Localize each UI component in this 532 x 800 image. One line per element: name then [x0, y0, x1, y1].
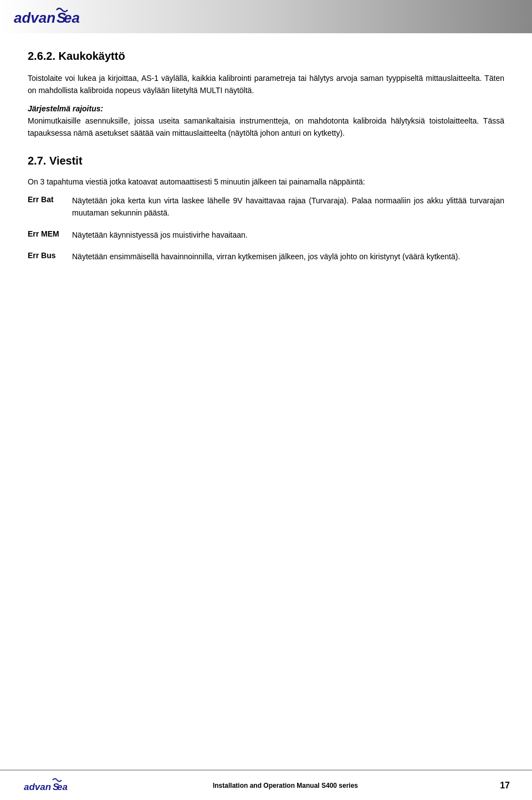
section-2-7-heading: 2.7. Viestit: [28, 155, 504, 167]
footer-center-text: Installation and Operation Manual S400 s…: [89, 782, 482, 789]
err-bus-label: Err Bus: [28, 251, 72, 260]
footer-logo-svg: advan S ea: [22, 776, 78, 795]
section-2-6-2-heading: 2.6.2. Kaukokäyttö: [28, 50, 504, 63]
section-2-7-intro: On 3 tapahtuma viestiä jotka katoavat au…: [28, 176, 504, 188]
svg-text:advan: advan: [14, 9, 55, 26]
error-list: Err Bat Näytetään joka kerta kun virta l…: [28, 195, 504, 263]
footer-page-number: 17: [493, 781, 510, 791]
svg-text:ea: ea: [57, 782, 68, 792]
err-bus-row: Err Bus Näytetään ensimmäisellä havainno…: [28, 251, 504, 263]
section-2-6-2-para1: Toistolaite voi lukea ja kirjoittaa, AS-…: [28, 73, 504, 96]
svg-text:ea: ea: [64, 9, 80, 26]
footer-logo: advan S ea: [22, 776, 78, 795]
logo-svg: advan S ea: [11, 4, 100, 29]
err-bus-description: Näytetään ensimmäisellä havainnoinnilla,…: [72, 251, 504, 263]
err-mem-description: Näytetään käynnistyessä jos muistivirhe …: [72, 229, 504, 242]
err-bat-row: Err Bat Näytetään joka kerta kun virta l…: [28, 195, 504, 219]
logo-container: advan S ea: [11, 4, 100, 29]
err-mem-row: Err MEM Näytetään käynnistyessä jos muis…: [28, 229, 504, 242]
svg-text:advan: advan: [24, 782, 51, 792]
main-content: 2.6.2. Kaukokäyttö Toistolaite voi lukea…: [0, 33, 532, 770]
footer: advan S ea Installation and Operation Ma…: [0, 770, 532, 800]
para2-label: Järjestelmä rajoitus:: [28, 104, 103, 113]
para2-text: Monimutkaisille asennuksille, joissa use…: [28, 116, 504, 137]
err-mem-label: Err MEM: [28, 229, 72, 238]
header: advan S ea: [0, 0, 532, 33]
section-2-6-2-para2: Järjestelmä rajoitus: Monimutkaisille as…: [28, 103, 504, 139]
err-bat-label: Err Bat: [28, 195, 72, 204]
err-bat-description: Näytetään joka kerta kun virta laskee lä…: [72, 195, 504, 219]
